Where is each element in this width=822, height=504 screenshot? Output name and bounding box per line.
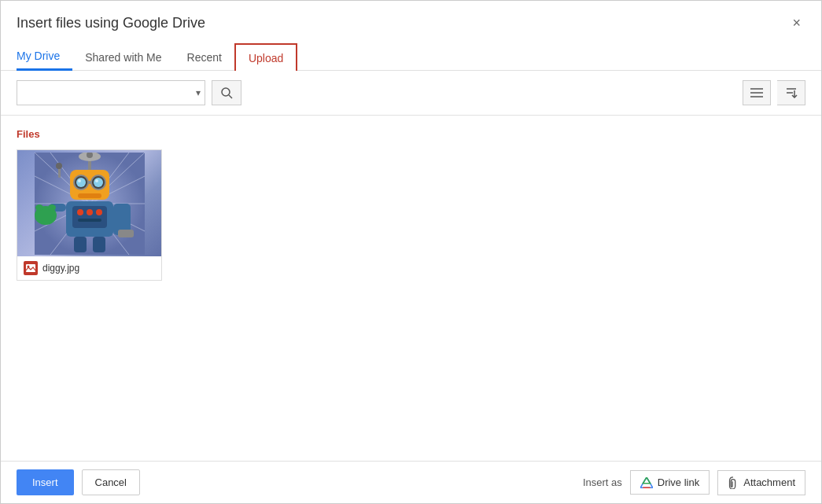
folder-dropdown[interactable] — [17, 80, 205, 105]
list-item[interactable]: diggy.jpg — [17, 149, 162, 281]
svg-point-0 — [222, 88, 230, 96]
image-file-icon — [24, 262, 37, 274]
svg-rect-33 — [88, 181, 91, 184]
list-view-icon — [750, 87, 763, 98]
sort-icon — [785, 87, 798, 98]
svg-point-31 — [78, 179, 81, 182]
svg-rect-40 — [78, 219, 101, 222]
files-section-label: Files — [17, 128, 805, 140]
svg-point-43 — [35, 204, 43, 211]
insert-as-label: Insert as — [583, 476, 622, 488]
svg-rect-48 — [93, 237, 105, 252]
dialog-body: Files — [1, 116, 821, 461]
cancel-button[interactable]: Cancel — [82, 469, 140, 495]
search-icon — [220, 86, 233, 99]
drive-link-label: Drive link — [658, 476, 699, 488]
drive-icon — [640, 477, 653, 488]
svg-point-29 — [76, 178, 86, 187]
footer-left-actions: Insert Cancel — [17, 469, 140, 495]
dialog-title: Insert files using Google Drive — [17, 15, 205, 31]
tab-my-drive[interactable]: My Drive — [17, 43, 72, 71]
search-button[interactable] — [212, 80, 241, 105]
svg-marker-52 — [640, 477, 653, 487]
dialog-footer: Insert Cancel Insert as Drive link Attac… — [1, 461, 821, 503]
svg-point-32 — [95, 179, 98, 182]
robot-illustration — [35, 153, 145, 255]
attachment-button[interactable]: Attachment — [717, 470, 805, 495]
tabs-bar: My Drive Shared with Me Recent Upload — [17, 42, 805, 70]
file-type-icon — [24, 261, 38, 275]
footer-right-actions: Insert as Drive link Attachment — [583, 470, 805, 495]
svg-point-38 — [87, 209, 93, 215]
toolbar: ▾ — [1, 71, 821, 116]
svg-rect-46 — [118, 230, 134, 237]
file-name: diggy.jpg — [42, 263, 79, 274]
svg-rect-47 — [74, 237, 87, 252]
attachment-icon — [728, 476, 739, 489]
file-info: diggy.jpg — [17, 256, 161, 280]
file-thumbnail — [17, 150, 161, 256]
folder-select-wrapper: ▾ — [17, 80, 205, 105]
svg-point-39 — [96, 209, 102, 215]
insert-files-dialog: Insert files using Google Drive × My Dri… — [0, 0, 822, 504]
dialog-title-row: Insert files using Google Drive × — [17, 13, 805, 33]
dialog-header: Insert files using Google Drive × My Dri… — [1, 1, 821, 71]
svg-point-37 — [77, 209, 83, 215]
svg-rect-34 — [78, 193, 101, 198]
attachment-label: Attachment — [743, 476, 795, 488]
svg-line-1 — [229, 95, 232, 98]
list-view-button[interactable] — [743, 80, 771, 105]
tab-upload[interactable]: Upload — [234, 43, 297, 71]
tab-shared-with-me[interactable]: Shared with Me — [72, 43, 174, 71]
close-button[interactable]: × — [787, 13, 805, 33]
tab-recent[interactable]: Recent — [175, 43, 234, 71]
svg-point-25 — [56, 163, 62, 169]
insert-button[interactable]: Insert — [17, 469, 74, 495]
sort-view-button[interactable] — [777, 80, 805, 105]
svg-marker-53 — [643, 477, 650, 484]
drive-link-button[interactable]: Drive link — [630, 470, 710, 495]
svg-point-44 — [48, 204, 56, 211]
svg-point-30 — [94, 178, 103, 187]
file-grid: diggy.jpg — [17, 149, 805, 281]
